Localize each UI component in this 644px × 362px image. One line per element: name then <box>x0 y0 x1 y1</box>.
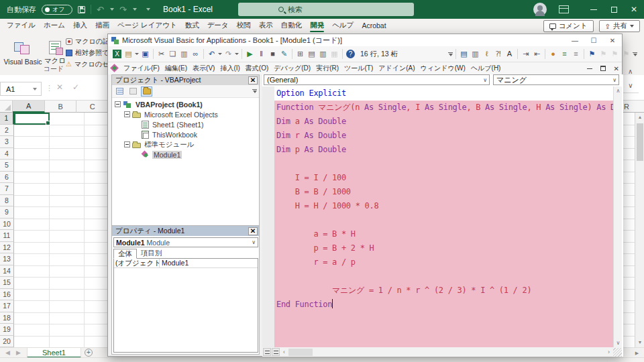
ribbon-tab-表示[interactable]: 表示 <box>255 19 277 32</box>
new-sheet-button[interactable]: + <box>85 349 93 357</box>
tab-categorized[interactable]: 項目別 <box>137 249 166 259</box>
child-close-icon[interactable]: ✕ <box>614 65 619 72</box>
cut-icon[interactable]: ✂ <box>156 49 167 60</box>
view-excel-icon[interactable]: X <box>113 50 121 58</box>
ribbon-tab-データ[interactable]: データ <box>203 19 233 32</box>
vba-menu-編集[interactable]: 編集(E) <box>162 64 190 73</box>
project-close-icon[interactable]: ✕ <box>248 76 258 84</box>
view-object-button[interactable] <box>127 86 139 97</box>
properties-close-icon[interactable]: ✕ <box>248 227 258 235</box>
undo-icon[interactable]: ↶ <box>206 49 217 60</box>
row-header-12[interactable]: 12 <box>0 242 14 254</box>
comments-button[interactable]: コメント <box>543 20 594 32</box>
worksheet-grid[interactable]: ABC 1234567891011121314151617181920 <box>0 101 109 347</box>
paste-icon[interactable]: ▥ <box>178 49 190 60</box>
tree-expander-icon[interactable] <box>115 101 121 107</box>
scroll-thumb[interactable] <box>637 123 643 161</box>
tree-expander-icon[interactable] <box>124 141 130 147</box>
copy-icon[interactable]: ❏ <box>167 49 178 60</box>
save-icon[interactable]: ▣ <box>140 49 151 60</box>
properties-panel-header[interactable]: プロパティ - Module1✕ <box>112 226 259 236</box>
sheet-nav-left-icon[interactable]: ◀ <box>5 349 10 356</box>
comment-block-icon[interactable]: ≡ <box>559 49 570 60</box>
undo-dropdown-icon[interactable] <box>110 8 114 11</box>
expand-formula-bar-icon[interactable]: ∨ <box>623 78 639 93</box>
autosave-toggle[interactable]: オフ <box>42 5 72 15</box>
properties-window-icon[interactable]: ▤ <box>306 49 317 60</box>
vba-close-button[interactable]: ✕ <box>603 34 622 46</box>
vba-menu-ファイル[interactable]: ファイル(F) <box>121 64 162 73</box>
column-header-C[interactable]: C <box>76 101 109 113</box>
column-header-A[interactable]: A <box>13 101 45 113</box>
vba-titlebar[interactable]: Microsoft Visual Basic for Applications … <box>108 34 622 46</box>
row-header-6[interactable]: 6 <box>0 172 14 184</box>
name-box[interactable]: A1 <box>0 82 42 96</box>
row-header-20[interactable]: 20 <box>0 336 14 348</box>
previous-bookmark-icon[interactable]: ⚑ <box>609 49 621 60</box>
help-icon[interactable]: ? <box>346 50 355 58</box>
uncomment-block-icon[interactable]: ≡ <box>570 49 582 60</box>
vba-menu-アドイン[interactable]: アドイン(A) <box>376 64 417 73</box>
save-icon[interactable] <box>78 6 85 13</box>
project-toolbar-overflow-icon[interactable] <box>252 86 258 97</box>
toggle-breakpoint-icon[interactable]: ● <box>547 49 559 60</box>
redo-icon[interactable]: ↷ <box>223 49 234 60</box>
view-code-button[interactable] <box>114 86 125 97</box>
collapse-ribbon-icon[interactable]: ∧ <box>628 68 633 75</box>
toolbox-icon[interactable]: ▦ <box>329 49 340 60</box>
insert-userform-icon-dropdown[interactable] <box>135 53 139 55</box>
redo-icon[interactable]: ↷ <box>119 5 127 14</box>
code-scroll-right-icon[interactable]: › <box>604 348 613 357</box>
ribbon-tab-ページ レイアウト[interactable]: ページ レイアウト <box>113 19 181 32</box>
complete-word-icon[interactable]: A <box>504 49 515 60</box>
code-hscroll-thumb[interactable] <box>288 349 313 356</box>
toggle-bookmark-icon[interactable]: ⚑ <box>586 49 598 60</box>
reset-icon[interactable]: ■ <box>267 49 278 60</box>
tree-item[interactable]: 標準モジュール <box>112 139 259 149</box>
row-header-7[interactable]: 7 <box>0 183 14 195</box>
ribbon-display-options-icon[interactable] <box>559 5 569 13</box>
project-panel-header[interactable]: プロジェクト - VBAProject✕ <box>112 75 259 85</box>
code-horizontal-scrollbar[interactable]: ‹ › <box>262 347 622 357</box>
vba-menu-表示[interactable]: 表示(V) <box>190 64 217 73</box>
code-scroll-left-icon[interactable]: ‹ <box>280 348 288 357</box>
row-header-10[interactable]: 10 <box>0 219 14 231</box>
minimize-button[interactable] <box>584 0 604 19</box>
column-header-r[interactable]: R <box>623 101 644 113</box>
procedure-dropdown[interactable]: マニング∨ <box>493 74 619 85</box>
undo-icon-dropdown[interactable] <box>218 53 222 55</box>
object-dropdown[interactable]: (General)∨ <box>264 74 490 85</box>
enter-icon[interactable]: ✓ <box>72 82 79 92</box>
vertical-scrollbar[interactable]: ▲ ▼ <box>635 113 644 347</box>
property-row[interactable]: (オブジェクト名) Module1 <box>114 259 258 268</box>
undo-icon[interactable]: ↶ <box>97 5 104 14</box>
edit-toolbar-overflow-icon[interactable] <box>632 49 638 60</box>
ribbon-tab-校閲[interactable]: 校閲 <box>233 19 255 32</box>
vba-menu-実行[interactable]: 実行(R) <box>313 64 341 73</box>
quick-info-icon[interactable]: ℓ <box>481 49 492 60</box>
selected-cell[interactable] <box>14 113 50 125</box>
row-header-9[interactable]: 9 <box>0 206 14 219</box>
vba-menu-挿入[interactable]: 挿入(I) <box>217 64 242 73</box>
break-icon[interactable]: ‖ <box>256 49 267 60</box>
sheet-nav-right-icon[interactable]: ▶ <box>16 349 21 356</box>
tab-alphabetic[interactable]: 全体 <box>113 249 137 259</box>
vba-menu-ヘルプ[interactable]: ヘルプ(H) <box>468 64 504 73</box>
clear-bookmarks-icon[interactable]: ⚑ <box>621 49 632 60</box>
ribbon-tab-ヘルプ[interactable]: ヘルプ <box>328 19 358 32</box>
tree-item[interactable]: Module1 <box>112 149 259 160</box>
toolbar-overflow-icon[interactable] <box>447 49 453 60</box>
tree-item[interactable]: Sheet1 (Sheet1) <box>112 119 259 129</box>
scroll-up-icon[interactable]: ▲ <box>636 113 644 122</box>
row-header-5[interactable]: 5 <box>0 160 14 172</box>
row-header-11[interactable]: 11 <box>0 230 14 242</box>
ribbon-tab-開発[interactable]: 開発 <box>306 19 328 32</box>
project-explorer-icon[interactable]: ⊞ <box>294 49 306 60</box>
redo-icon-dropdown[interactable] <box>235 53 239 55</box>
child-restore-icon[interactable] <box>600 66 606 71</box>
find-icon[interactable]: ∞ <box>190 49 201 60</box>
maximize-button[interactable] <box>604 0 624 19</box>
close-button[interactable]: ✕ <box>624 0 644 19</box>
user-avatar[interactable] <box>533 3 547 16</box>
ribbon-tab-数式[interactable]: 数式 <box>181 19 203 32</box>
